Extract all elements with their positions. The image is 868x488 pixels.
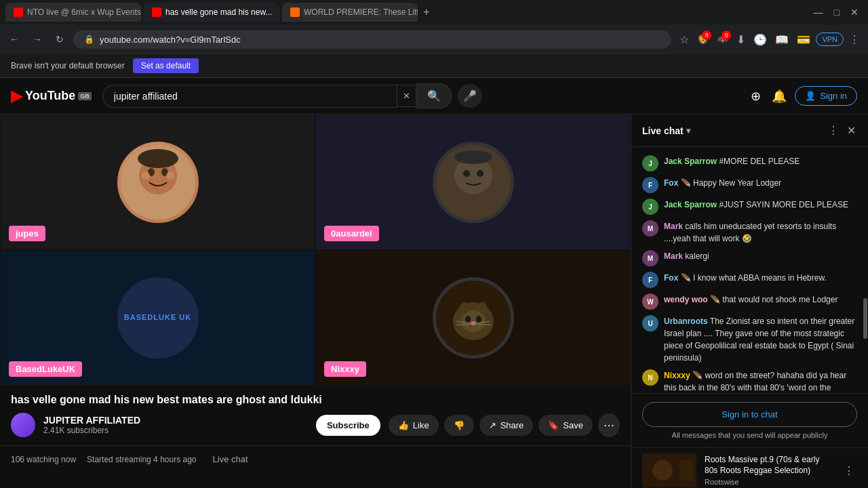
chat-messages: J Jack Sparrow #MORE DEL PLEASE F Fox 🪶 …: [631, 147, 868, 393]
msg-content-0: Jack Sparrow #MORE DEL PLEASE: [664, 155, 857, 167]
svg-point-18: [476, 316, 481, 323]
channel-avatar: [11, 413, 35, 437]
address-bar[interactable]: 🔒 youtube.com/watch?v=Gl9mTarlSdc: [73, 30, 671, 49]
oausardel-face: [436, 145, 511, 220]
like-button[interactable]: 👍 Like: [389, 415, 439, 436]
svg-point-17: [465, 316, 471, 323]
wallet-button[interactable]: 💳: [794, 30, 813, 49]
vpn-button[interactable]: VPN: [816, 33, 844, 46]
extensions-button[interactable]: 🦁 8: [694, 30, 711, 48]
rewards-button[interactable]: 🦇 0: [714, 30, 731, 48]
minimize-button[interactable]: —: [810, 4, 827, 20]
rewards-badge: 0: [722, 30, 731, 40]
search-input[interactable]: [102, 85, 397, 108]
person-icon: 👤: [805, 91, 816, 101]
stats-bar: 106 watching now Started streaming 4 hou…: [0, 445, 631, 472]
tab-1-label: NTO live @ 6mic x Wup Events - Yo...: [27, 7, 141, 17]
back-button[interactable]: ←: [5, 31, 23, 47]
oausardel-avatar: [433, 142, 514, 223]
msg-content-6: wendy woo 🪶 that would not shock me Lodg…: [664, 293, 857, 306]
live-chat-stats-tab[interactable]: Live chat: [208, 451, 254, 467]
like-icon: 👍: [398, 420, 409, 430]
chat-more-button[interactable]: ⋮: [827, 123, 840, 138]
subscribe-button[interactable]: Subscribe: [316, 415, 380, 436]
history-button[interactable]: 🕒: [751, 30, 770, 49]
create-button[interactable]: ⊕: [748, 86, 764, 106]
channel-row: JUPITER AFFILIATED 2.41K subscribers Sub…: [11, 413, 620, 437]
basedluke-text: BASEDLUKE UK: [119, 308, 197, 328]
oausardel-name-badge: 0ausardel: [324, 226, 379, 241]
save-button[interactable]: 🔖 Save: [538, 415, 593, 436]
scrollbar-track: [863, 258, 868, 393]
jupes-avatar: [117, 142, 199, 223]
chat-message-8: N Nixxxy 🪶 word on the street? hahaha di…: [631, 367, 868, 393]
new-tab-button[interactable]: +: [420, 6, 432, 18]
bookmarks-panel-button[interactable]: 📖: [772, 30, 791, 49]
save-icon: 🔖: [548, 420, 559, 430]
youtube-logo-text: YouTube: [25, 89, 75, 103]
tab-1-favicon: [14, 7, 23, 17]
msg-avatar-0: J: [642, 155, 658, 171]
youtube-region-badge: GB: [78, 92, 92, 100]
tab-3[interactable]: WORLD PREMIERE: These Little Onе...: [282, 3, 418, 22]
rec-more-button[interactable]: ⋮: [841, 462, 857, 480]
video-cell-basedluke: BASEDLUKE UK BasedLukeUK: [0, 250, 315, 386]
search-clear-button[interactable]: ✕: [397, 85, 416, 107]
basedluke-avatar: BASEDLUKE UK: [117, 277, 199, 359]
msg-avatar-2: J: [642, 199, 658, 215]
nixxxy-cat: [436, 281, 511, 355]
tab-2[interactable]: has velle gone mad his new... ✕: [144, 3, 279, 22]
svg-point-10: [477, 170, 484, 177]
msg-content-2: Jack Sparrow #JUST SAYIN MORE DEL PLEASE: [664, 199, 857, 211]
msg-avatar-3: M: [642, 220, 658, 237]
svg-point-6: [166, 171, 174, 180]
msg-avatar-7: U: [642, 315, 658, 331]
nixxxy-name-badge: Nixxxy: [324, 361, 366, 377]
browser-more-button[interactable]: ⋮: [846, 30, 863, 49]
share-label: Share: [500, 420, 524, 430]
chat-title[interactable]: Live chat ▾: [642, 125, 690, 136]
nav-bar: ← → ↻ 🔒 youtube.com/watch?v=Gl9mTarlSdc …: [0, 24, 868, 54]
tab-1[interactable]: NTO live @ 6mic x Wup Events - Yo...: [5, 3, 141, 22]
scrollbar-thumb[interactable]: [863, 298, 867, 339]
tab-2-close-icon[interactable]: ✕: [279, 9, 279, 16]
nav-icons: ☆ 🦁 8 🦇 0 ⬇ 🕒 📖 💳 VPN ⋮: [677, 30, 863, 49]
reload-button[interactable]: ↻: [52, 31, 68, 47]
maximize-button[interactable]: □: [830, 4, 844, 20]
tab-bar: NTO live @ 6mic x Wup Events - Yo... has…: [0, 0, 868, 24]
forward-button[interactable]: →: [28, 31, 46, 47]
video-container: Powered by S StreamYard: [0, 115, 631, 386]
chat-header: Live chat ▾ ⋮ ✕: [631, 115, 868, 147]
msg-body-4: kalergi: [685, 251, 709, 261]
chat-header-icons: ⋮ ✕: [827, 123, 857, 138]
notifications-button[interactable]: 🔔: [769, 86, 789, 106]
video-cell-jupes: jupes: [0, 115, 315, 250]
msg-author-6: wendy woo 🪶: [664, 295, 720, 304]
share-button[interactable]: ↗ Share: [479, 415, 534, 436]
chat-message-4: M Mark kalergi: [631, 247, 868, 269]
chat-message-5: F Fox 🪶 I know what ABBA means in Hebrew…: [631, 269, 868, 291]
sign-in-button[interactable]: 👤 Sign in: [795, 86, 857, 106]
chat-close-button[interactable]: ✕: [846, 123, 857, 138]
voice-search-button[interactable]: 🎤: [458, 84, 482, 108]
set-default-button[interactable]: Set as default: [133, 58, 199, 73]
svg-point-9: [463, 170, 470, 177]
tab-2-label: has velle gone mad his new...: [165, 7, 272, 17]
msg-body-6: that would not shock me Lodger: [722, 295, 837, 304]
msg-avatar-5: F: [642, 272, 658, 288]
sign-in-chat-button[interactable]: Sign in to chat: [642, 402, 857, 427]
rec-thumbnail: [642, 453, 696, 487]
search-submit-button[interactable]: 🔍: [416, 83, 452, 108]
close-window-button[interactable]: ✕: [846, 4, 863, 20]
msg-content-1: Fox 🪶 Happy New Year Lodger: [664, 177, 857, 189]
youtube-logo[interactable]: ▶ YouTube GB: [11, 87, 92, 105]
more-actions-button[interactable]: ⋯: [598, 413, 620, 437]
downloads-button[interactable]: ⬇: [734, 30, 748, 49]
svg-point-4: [138, 149, 178, 168]
brave-badge: 8: [702, 30, 711, 40]
basedluke-name-badge: BasedLukeUK: [9, 361, 82, 377]
bookmark-button[interactable]: ☆: [677, 30, 692, 49]
dislike-button[interactable]: 👎: [444, 415, 474, 436]
msg-author-2: Jack Sparrow: [664, 200, 717, 209]
brave-notice-text: Brave isn't your default browser: [11, 61, 125, 70]
